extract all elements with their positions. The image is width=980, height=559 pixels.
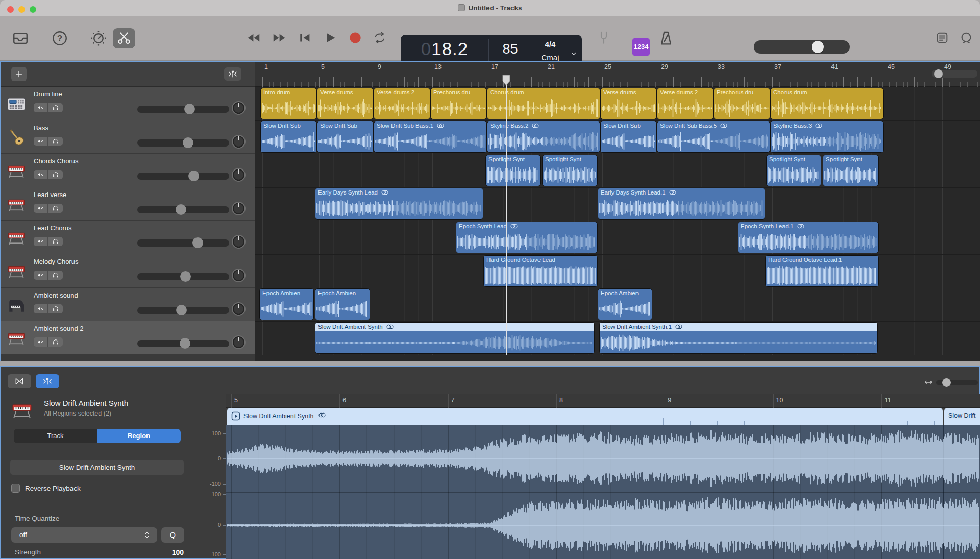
mute-button[interactable] bbox=[34, 337, 48, 347]
region-play-button[interactable] bbox=[231, 411, 240, 421]
mute-button[interactable] bbox=[34, 271, 48, 280]
forward-button[interactable] bbox=[272, 30, 287, 45]
playhead[interactable] bbox=[506, 76, 507, 355]
volume-slider[interactable] bbox=[137, 173, 229, 180]
solo-button[interactable] bbox=[48, 204, 63, 213]
mute-button[interactable] bbox=[34, 204, 48, 213]
region-spotlight-synt[interactable]: Spotlight Synt bbox=[542, 155, 598, 186]
region-intro-drum[interactable]: Intro drum bbox=[260, 88, 317, 119]
notepad-button[interactable] bbox=[935, 31, 949, 45]
region-epoch-ambien[interactable]: Epoch Ambien bbox=[598, 288, 652, 320]
region-epoch-ambien[interactable]: Epoch Ambien bbox=[315, 288, 370, 320]
region-epoch-ambien[interactable]: Epoch Ambien bbox=[259, 288, 314, 320]
pan-knob[interactable] bbox=[232, 235, 246, 249]
volume-knob[interactable] bbox=[188, 171, 199, 181]
mute-button[interactable] bbox=[34, 103, 48, 112]
region-verse-drums[interactable]: Verse drums bbox=[317, 88, 374, 119]
region-slow-drift-ambient-synth-1[interactable]: Slow Drift Ambient Synth.1 bbox=[599, 322, 878, 354]
metronome-button[interactable] bbox=[657, 30, 675, 47]
track-header-bass[interactable]: Bass bbox=[1, 120, 255, 154]
playhead-marker[interactable] bbox=[502, 75, 511, 87]
track-header-lead-chorus[interactable]: Lead Chorus bbox=[1, 221, 255, 254]
go-to-beginning-button[interactable] bbox=[297, 30, 312, 45]
region-name-bar[interactable]: Slow Drift Ambient Synth bbox=[10, 460, 184, 475]
master-volume-knob[interactable] bbox=[812, 41, 824, 53]
rewind-button[interactable] bbox=[246, 30, 261, 45]
region-skyline-bass-2[interactable]: Skyline Bass.2 bbox=[487, 121, 600, 153]
region-verse-drums[interactable]: Verse drums bbox=[600, 88, 657, 119]
mute-button[interactable] bbox=[34, 137, 48, 146]
track-header-ambient-sound-2[interactable]: Ambient sound 2 bbox=[1, 321, 255, 355]
tuner-button[interactable] bbox=[596, 30, 611, 45]
solo-button[interactable] bbox=[48, 103, 63, 112]
record-button[interactable] bbox=[348, 30, 363, 45]
timeline-zoom-slider[interactable] bbox=[932, 70, 977, 78]
strength-value[interactable]: 100 bbox=[129, 548, 184, 556]
region-epoch-synth-lead-1[interactable]: Epoch Synth Lead.1 bbox=[738, 222, 879, 253]
editor-catch-playhead-button[interactable] bbox=[36, 374, 59, 388]
media-browser-button[interactable] bbox=[12, 30, 29, 47]
region-slow-drift-sub[interactable]: Slow Drift Sub bbox=[600, 121, 657, 153]
time-quantize-select[interactable]: off bbox=[11, 527, 157, 543]
region-slow-drift-sub[interactable]: Slow Drift Sub bbox=[317, 121, 374, 153]
pan-knob[interactable] bbox=[232, 135, 246, 149]
track-header-drum-line[interactable]: Drum line bbox=[1, 87, 255, 120]
smart-controls-button[interactable] bbox=[90, 30, 107, 47]
region-slow-drift-ambient-synth[interactable]: Slow Drift Ambient Synth bbox=[315, 322, 595, 354]
add-track-button[interactable] bbox=[11, 67, 27, 81]
region-chorus-drum[interactable]: Chorus drum bbox=[770, 88, 884, 119]
region-prechorus-dru[interactable]: Prechorus dru bbox=[714, 88, 770, 119]
play-button[interactable] bbox=[323, 30, 338, 45]
pan-knob[interactable] bbox=[232, 101, 246, 115]
count-in-button[interactable]: 1234 bbox=[632, 38, 650, 56]
volume-knob[interactable] bbox=[192, 237, 203, 248]
region-verse-drums-2[interactable]: Verse drums 2 bbox=[657, 88, 714, 119]
chevron-down-icon[interactable] bbox=[569, 49, 578, 58]
mute-button[interactable] bbox=[34, 170, 48, 179]
region-slow-drift-sub-bass-1[interactable]: Slow Drift Sub Bass.1 bbox=[374, 121, 487, 153]
volume-slider[interactable] bbox=[137, 239, 229, 247]
solo-button[interactable] bbox=[48, 237, 63, 246]
master-volume-slider[interactable] bbox=[754, 40, 850, 54]
editor-region-strip[interactable]: Slow Drift Ambient Synth bbox=[227, 408, 943, 425]
solo-button[interactable] bbox=[48, 137, 63, 146]
editor-region-strip-2[interactable]: Slow Drift bbox=[944, 408, 980, 425]
bar-ruler[interactable]: 15913172125293337414549 bbox=[255, 62, 980, 87]
region-epoch-synth-lead[interactable]: Epoch Synth Lead bbox=[456, 222, 598, 253]
solo-button[interactable] bbox=[48, 337, 63, 347]
timeline-zoom-knob[interactable] bbox=[934, 69, 943, 78]
region-verse-drums-2[interactable]: Verse drums 2 bbox=[374, 88, 430, 119]
region-skyline-bass-3[interactable]: Skyline Bass.3 bbox=[770, 121, 884, 153]
mute-button[interactable] bbox=[34, 304, 48, 313]
quick-help-button[interactable]: ? bbox=[51, 30, 68, 47]
volume-knob[interactable] bbox=[176, 204, 186, 215]
solo-button[interactable] bbox=[48, 304, 63, 313]
volume-knob[interactable] bbox=[180, 338, 190, 349]
region-spotlight-synt[interactable]: Spotlight Synt bbox=[823, 155, 879, 186]
loop-browser-button[interactable] bbox=[959, 31, 973, 45]
region-spotlight-synt[interactable]: Spotlight Synt bbox=[766, 155, 821, 186]
track-header-melody-chorus[interactable]: Melody Chorus bbox=[1, 254, 255, 288]
volume-slider[interactable] bbox=[137, 106, 229, 113]
region-early-days-synth-lead-1[interactable]: Early Days Synth Lead.1 bbox=[598, 188, 765, 220]
tab-track[interactable]: Track bbox=[14, 429, 97, 443]
pane-divider[interactable] bbox=[0, 361, 980, 366]
solo-button[interactable] bbox=[48, 170, 63, 179]
volume-knob[interactable] bbox=[183, 137, 193, 148]
region-early-days-synth-lead[interactable]: Early Days Synth Lead bbox=[315, 188, 483, 220]
volume-knob[interactable] bbox=[176, 305, 187, 315]
pan-knob[interactable] bbox=[232, 202, 246, 215]
reverse-playback-checkbox[interactable] bbox=[11, 484, 20, 493]
region-slow-drift-sub[interactable]: Slow Drift Sub bbox=[260, 121, 317, 153]
pan-knob[interactable] bbox=[232, 335, 246, 349]
region-hard-ground-octave-lead-1[interactable]: Hard Ground Octave Lead.1 bbox=[765, 255, 879, 287]
pan-knob[interactable] bbox=[232, 302, 246, 316]
track-header-lead-verse[interactable]: Lead verse bbox=[1, 187, 255, 221]
track-header-ambient-sound[interactable]: Ambient sound bbox=[1, 288, 255, 322]
pan-knob[interactable] bbox=[232, 269, 246, 282]
editor-crossfade-button[interactable] bbox=[8, 374, 31, 388]
solo-button[interactable] bbox=[48, 271, 63, 280]
region-slow-drift-sub-bass-5[interactable]: Slow Drift Sub Bass.5 bbox=[657, 121, 770, 153]
region-hard-ground-octave-lead[interactable]: Hard Ground Octave Lead bbox=[483, 255, 598, 287]
quantize-apply-button[interactable]: Q bbox=[161, 527, 184, 543]
